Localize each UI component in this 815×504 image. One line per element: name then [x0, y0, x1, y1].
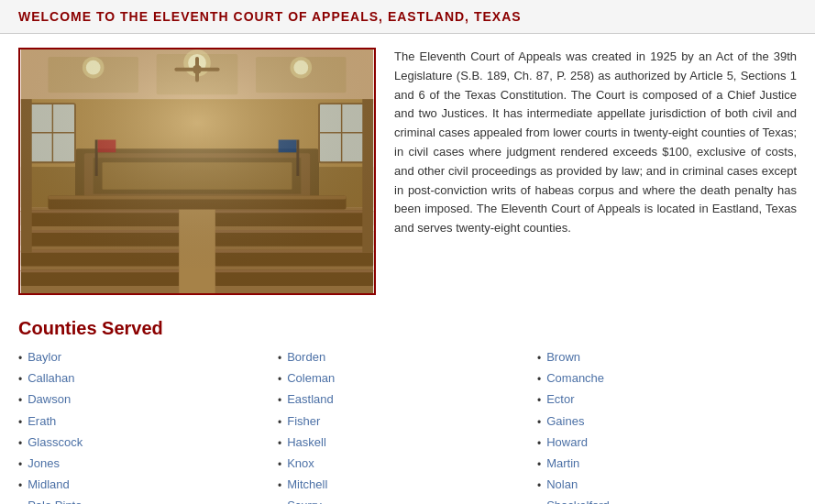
county-link[interactable]: Dawson	[28, 392, 71, 406]
list-bullet: •	[278, 435, 281, 453]
county-link[interactable]: Brown	[546, 350, 580, 364]
description-text: The Eleventh Court of Appeals was create…	[394, 48, 797, 295]
county-link[interactable]: Martin	[546, 456, 579, 470]
list-bullet: •	[278, 477, 281, 495]
list-item: •Coleman	[278, 371, 528, 389]
list-item: •Haskell	[278, 435, 528, 453]
page-title: WELCOME TO THE ELEVENTH COURT OF APPEALS…	[18, 9, 797, 24]
list-bullet: •	[278, 414, 281, 432]
county-link[interactable]: Baylor	[28, 350, 61, 364]
list-item: •Callahan	[18, 371, 269, 389]
list-bullet: •	[278, 350, 281, 367]
list-item: •Palo Pinto	[18, 499, 269, 504]
list-item: •Ector	[537, 392, 787, 410]
list-item: •Brown	[537, 350, 787, 367]
list-bullet: •	[537, 414, 541, 432]
list-bullet: •	[278, 392, 281, 410]
list-item: •Knox	[278, 456, 528, 474]
list-item: •Gaines	[537, 414, 787, 432]
list-bullet: •	[18, 477, 22, 495]
list-bullet: •	[18, 435, 22, 453]
list-item: •Mitchell	[278, 477, 528, 495]
county-column-1: •Baylor•Callahan•Dawson•Erath•Glasscock•…	[18, 350, 278, 504]
county-link[interactable]: Glasscock	[28, 435, 83, 449]
list-item: •Jones	[18, 456, 269, 474]
county-column-3: •Brown•Comanche•Ector•Gaines•Howard•Mart…	[537, 350, 797, 504]
list-bullet: •	[18, 414, 22, 432]
counties-title: Counties Served	[18, 318, 797, 339]
county-link[interactable]: Erath	[28, 414, 56, 428]
list-bullet: •	[537, 371, 541, 389]
county-link[interactable]: Scurry	[287, 499, 322, 504]
list-bullet: •	[278, 499, 281, 504]
list-bullet: •	[18, 499, 22, 504]
county-link[interactable]: Haskell	[287, 435, 326, 449]
list-bullet: •	[537, 392, 541, 410]
list-item: •Martin	[537, 456, 787, 474]
list-bullet: •	[537, 477, 541, 495]
list-bullet: •	[537, 350, 541, 367]
list-item: •Nolan	[537, 477, 787, 495]
list-bullet: •	[18, 350, 22, 367]
list-item: •Baylor	[18, 350, 269, 367]
list-item: •Dawson	[18, 392, 269, 410]
list-item: •Howard	[537, 435, 787, 453]
county-link[interactable]: Gaines	[546, 414, 584, 428]
county-link[interactable]: Jones	[28, 456, 60, 470]
county-link[interactable]: Eastland	[287, 392, 334, 406]
list-bullet: •	[537, 435, 541, 453]
county-link[interactable]: Knox	[287, 456, 314, 470]
list-bullet: •	[537, 499, 541, 504]
counties-grid: •Baylor•Callahan•Dawson•Erath•Glasscock•…	[18, 350, 797, 504]
list-item: •Erath	[18, 414, 269, 432]
header-bar: WELCOME TO THE ELEVENTH COURT OF APPEALS…	[0, 0, 815, 34]
list-item: •Glasscock	[18, 435, 269, 453]
list-item: •Shackelford	[537, 499, 787, 504]
county-link[interactable]: Palo Pinto	[28, 499, 82, 504]
county-column-2: •Borden•Coleman•Eastland•Fisher•Haskell•…	[278, 350, 537, 504]
list-item: •Midland	[18, 477, 269, 495]
county-link[interactable]: Borden	[287, 350, 325, 364]
county-link[interactable]: Midland	[28, 477, 70, 491]
county-link[interactable]: Coleman	[287, 371, 335, 385]
courthouse-image	[18, 48, 376, 295]
county-link[interactable]: Fisher	[287, 414, 320, 428]
description-paragraph: The Eleventh Court of Appeals was create…	[394, 48, 797, 238]
county-link[interactable]: Shackelford	[546, 499, 610, 504]
list-item: •Eastland	[278, 392, 528, 410]
list-bullet: •	[537, 456, 541, 474]
svg-rect-54	[21, 49, 373, 293]
county-link[interactable]: Ector	[546, 392, 574, 406]
county-link[interactable]: Mitchell	[287, 477, 327, 491]
county-link[interactable]: Howard	[546, 435, 588, 449]
list-item: •Scurry	[278, 499, 528, 504]
list-item: •Borden	[278, 350, 528, 367]
list-bullet: •	[18, 456, 22, 474]
county-link[interactable]: Callahan	[28, 371, 74, 385]
county-link[interactable]: Nolan	[546, 477, 578, 491]
list-bullet: •	[278, 371, 281, 389]
list-bullet: •	[278, 456, 281, 474]
counties-section: Counties Served •Baylor•Callahan•Dawson•…	[18, 318, 797, 504]
list-bullet: •	[18, 392, 22, 410]
top-section: The Eleventh Court of Appeals was create…	[18, 48, 797, 295]
list-item: •Comanche	[537, 371, 787, 389]
list-item: •Fisher	[278, 414, 528, 432]
main-content: The Eleventh Court of Appeals was create…	[0, 34, 815, 504]
county-link[interactable]: Comanche	[546, 371, 604, 385]
list-bullet: •	[18, 371, 22, 389]
